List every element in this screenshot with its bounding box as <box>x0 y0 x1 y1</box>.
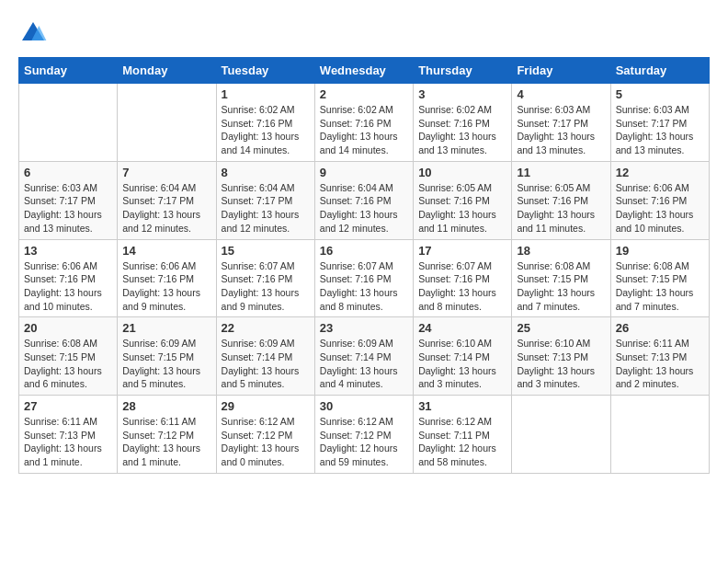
week-row-3: 13Sunrise: 6:06 AM Sunset: 7:16 PM Dayli… <box>19 239 710 317</box>
cell-details: Sunrise: 6:08 AM Sunset: 7:15 PM Dayligh… <box>616 259 704 314</box>
cell-details: Sunrise: 6:07 AM Sunset: 7:16 PM Dayligh… <box>222 259 310 314</box>
calendar-cell: 15Sunrise: 6:07 AM Sunset: 7:16 PM Dayli… <box>216 239 314 317</box>
cell-details: Sunrise: 6:10 AM Sunset: 7:14 PM Dayligh… <box>418 337 506 391</box>
calendar-cell <box>610 396 709 474</box>
calendar-cell: 18Sunrise: 6:08 AM Sunset: 7:15 PM Dayli… <box>512 239 610 317</box>
column-header-sunday: Sunday <box>19 58 118 84</box>
calendar-body: 1Sunrise: 6:02 AM Sunset: 7:16 PM Daylig… <box>19 84 710 474</box>
calendar-cell: 8Sunrise: 6:04 AM Sunset: 7:17 PM Daylig… <box>216 161 314 239</box>
day-number: 23 <box>320 321 408 335</box>
cell-details: Sunrise: 6:06 AM Sunset: 7:16 PM Dayligh… <box>122 259 210 314</box>
cell-details: Sunrise: 6:03 AM Sunset: 7:17 PM Dayligh… <box>517 103 605 157</box>
calendar-cell: 14Sunrise: 6:06 AM Sunset: 7:16 PM Dayli… <box>118 239 216 317</box>
week-row-5: 27Sunrise: 6:11 AM Sunset: 7:13 PM Dayli… <box>19 396 710 474</box>
day-number: 11 <box>517 166 605 179</box>
calendar-cell: 17Sunrise: 6:07 AM Sunset: 7:16 PM Dayli… <box>414 239 512 317</box>
day-number: 17 <box>418 244 506 258</box>
calendar-cell: 3Sunrise: 6:02 AM Sunset: 7:16 PM Daylig… <box>414 84 512 162</box>
cell-details: Sunrise: 6:02 AM Sunset: 7:16 PM Dayligh… <box>418 103 506 157</box>
week-row-4: 20Sunrise: 6:08 AM Sunset: 7:15 PM Dayli… <box>19 317 710 396</box>
day-number: 15 <box>222 244 310 258</box>
calendar-cell: 26Sunrise: 6:11 AM Sunset: 7:13 PM Dayli… <box>610 317 709 396</box>
cell-details: Sunrise: 6:09 AM Sunset: 7:14 PM Dayligh… <box>320 337 408 391</box>
calendar-cell: 6Sunrise: 6:03 AM Sunset: 7:17 PM Daylig… <box>19 161 118 239</box>
cell-details: Sunrise: 6:08 AM Sunset: 7:15 PM Dayligh… <box>24 337 112 391</box>
week-row-2: 6Sunrise: 6:03 AM Sunset: 7:17 PM Daylig… <box>19 161 710 239</box>
cell-details: Sunrise: 6:12 AM Sunset: 7:12 PM Dayligh… <box>222 415 310 469</box>
cell-details: Sunrise: 6:06 AM Sunset: 7:16 PM Dayligh… <box>24 259 112 314</box>
day-number: 21 <box>122 321 210 335</box>
calendar-cell: 21Sunrise: 6:09 AM Sunset: 7:15 PM Dayli… <box>118 317 216 396</box>
column-header-saturday: Saturday <box>610 58 709 84</box>
day-number: 1 <box>222 87 310 101</box>
cell-details: Sunrise: 6:12 AM Sunset: 7:12 PM Dayligh… <box>320 415 408 469</box>
day-number: 28 <box>122 399 210 413</box>
day-number: 16 <box>320 244 408 258</box>
cell-details: Sunrise: 6:11 AM Sunset: 7:12 PM Dayligh… <box>122 415 210 469</box>
cell-details: Sunrise: 6:07 AM Sunset: 7:16 PM Dayligh… <box>320 259 408 314</box>
column-header-friday: Friday <box>512 58 610 84</box>
cell-details: Sunrise: 6:09 AM Sunset: 7:14 PM Dayligh… <box>222 337 310 391</box>
calendar-cell <box>512 396 610 474</box>
calendar-header: SundayMondayTuesdayWednesdayThursdayFrid… <box>19 58 710 84</box>
calendar-cell: 22Sunrise: 6:09 AM Sunset: 7:14 PM Dayli… <box>216 317 314 396</box>
day-number: 7 <box>122 166 210 179</box>
cell-details: Sunrise: 6:05 AM Sunset: 7:16 PM Dayligh… <box>418 181 506 236</box>
header-row: SundayMondayTuesdayWednesdayThursdayFrid… <box>19 58 710 84</box>
day-number: 8 <box>222 166 310 179</box>
cell-details: Sunrise: 6:11 AM Sunset: 7:13 PM Dayligh… <box>616 337 704 391</box>
calendar-cell <box>19 84 118 162</box>
day-number: 29 <box>222 399 310 413</box>
cell-details: Sunrise: 6:07 AM Sunset: 7:16 PM Dayligh… <box>418 259 506 314</box>
calendar-cell: 7Sunrise: 6:04 AM Sunset: 7:17 PM Daylig… <box>118 161 216 239</box>
cell-details: Sunrise: 6:12 AM Sunset: 7:11 PM Dayligh… <box>418 415 506 469</box>
calendar-cell: 27Sunrise: 6:11 AM Sunset: 7:13 PM Dayli… <box>19 396 118 474</box>
calendar-cell: 23Sunrise: 6:09 AM Sunset: 7:14 PM Dayli… <box>314 317 413 396</box>
day-number: 24 <box>418 321 506 335</box>
calendar-cell: 29Sunrise: 6:12 AM Sunset: 7:12 PM Dayli… <box>216 396 314 474</box>
cell-details: Sunrise: 6:09 AM Sunset: 7:15 PM Dayligh… <box>122 337 210 391</box>
calendar-cell: 2Sunrise: 6:02 AM Sunset: 7:16 PM Daylig… <box>314 84 413 162</box>
calendar-cell: 13Sunrise: 6:06 AM Sunset: 7:16 PM Dayli… <box>19 239 118 317</box>
day-number: 22 <box>222 321 310 335</box>
day-number: 30 <box>320 399 408 413</box>
week-row-1: 1Sunrise: 6:02 AM Sunset: 7:16 PM Daylig… <box>19 84 710 162</box>
day-number: 2 <box>320 87 408 101</box>
cell-details: Sunrise: 6:10 AM Sunset: 7:13 PM Dayligh… <box>517 337 605 391</box>
cell-details: Sunrise: 6:05 AM Sunset: 7:16 PM Dayligh… <box>517 181 605 236</box>
calendar-cell: 11Sunrise: 6:05 AM Sunset: 7:16 PM Dayli… <box>512 161 610 239</box>
calendar-cell: 20Sunrise: 6:08 AM Sunset: 7:15 PM Dayli… <box>19 317 118 396</box>
calendar-cell <box>118 84 216 162</box>
day-number: 10 <box>418 166 506 179</box>
cell-details: Sunrise: 6:02 AM Sunset: 7:16 PM Dayligh… <box>320 103 408 157</box>
calendar-cell: 25Sunrise: 6:10 AM Sunset: 7:13 PM Dayli… <box>512 317 610 396</box>
column-header-tuesday: Tuesday <box>216 58 314 84</box>
cell-details: Sunrise: 6:08 AM Sunset: 7:15 PM Dayligh… <box>517 259 605 314</box>
day-number: 6 <box>24 166 112 179</box>
calendar-cell: 1Sunrise: 6:02 AM Sunset: 7:16 PM Daylig… <box>216 84 314 162</box>
calendar-cell: 9Sunrise: 6:04 AM Sunset: 7:16 PM Daylig… <box>314 161 413 239</box>
page-header <box>18 18 710 48</box>
day-number: 3 <box>418 87 506 101</box>
cell-details: Sunrise: 6:03 AM Sunset: 7:17 PM Dayligh… <box>616 103 704 157</box>
column-header-wednesday: Wednesday <box>314 58 413 84</box>
day-number: 20 <box>24 321 112 335</box>
logo-icon <box>18 18 48 48</box>
day-number: 5 <box>616 87 704 101</box>
cell-details: Sunrise: 6:11 AM Sunset: 7:13 PM Dayligh… <box>24 415 112 469</box>
column-header-thursday: Thursday <box>414 58 512 84</box>
day-number: 9 <box>320 166 408 179</box>
calendar-cell: 24Sunrise: 6:10 AM Sunset: 7:14 PM Dayli… <box>414 317 512 396</box>
calendar-cell: 10Sunrise: 6:05 AM Sunset: 7:16 PM Dayli… <box>414 161 512 239</box>
calendar-cell: 12Sunrise: 6:06 AM Sunset: 7:16 PM Dayli… <box>610 161 709 239</box>
cell-details: Sunrise: 6:04 AM Sunset: 7:16 PM Dayligh… <box>320 181 408 236</box>
calendar-cell: 31Sunrise: 6:12 AM Sunset: 7:11 PM Dayli… <box>414 396 512 474</box>
cell-details: Sunrise: 6:06 AM Sunset: 7:16 PM Dayligh… <box>616 181 704 236</box>
column-header-monday: Monday <box>118 58 216 84</box>
day-number: 27 <box>24 399 112 413</box>
cell-details: Sunrise: 6:03 AM Sunset: 7:17 PM Dayligh… <box>24 181 112 236</box>
calendar-table: SundayMondayTuesdayWednesdayThursdayFrid… <box>18 57 710 474</box>
day-number: 25 <box>517 321 605 335</box>
day-number: 31 <box>418 399 506 413</box>
calendar-cell: 5Sunrise: 6:03 AM Sunset: 7:17 PM Daylig… <box>610 84 709 162</box>
